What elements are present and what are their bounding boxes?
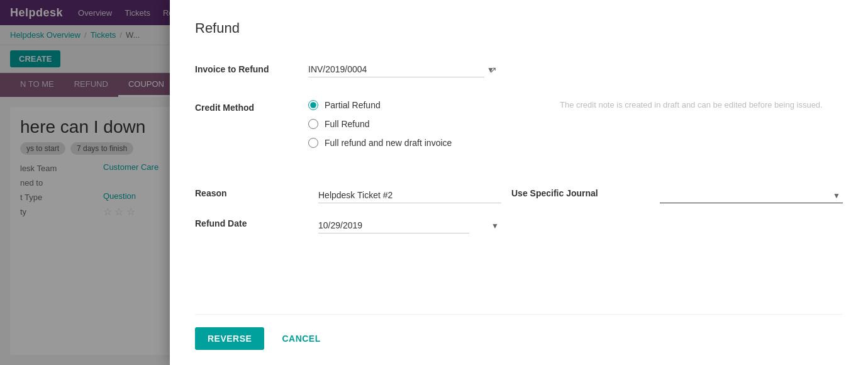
refund-date-wrapper: 10/29/2019 ▼ [318, 218, 501, 233]
radio-full-draft[interactable]: Full refund and new draft invoice [308, 138, 535, 148]
radio-full-draft-label: Full refund and new draft invoice [325, 138, 452, 148]
radio-full-refund[interactable]: Full Refund [308, 119, 535, 129]
refund-date-dropdown-icon: ▼ [491, 222, 499, 230]
modal-actions: REVERSE CANCEL [195, 314, 843, 350]
radio-partial-input[interactable] [308, 100, 318, 110]
reason-input[interactable] [318, 188, 501, 203]
refund-date-select[interactable]: 10/29/2019 [318, 218, 469, 233]
credit-method-options: Partial Refund Full Refund Full refund a… [308, 95, 535, 153]
invoice-select[interactable]: INV/2019/0004 [308, 62, 484, 77]
journal-label: Use Specific Journal [511, 181, 650, 203]
journal-select-wrapper: ▼ [660, 188, 843, 203]
cancel-button[interactable]: CANCEL [272, 327, 330, 350]
credit-method-label: Credit Method [195, 95, 308, 118]
reason-field-wrapper [318, 188, 501, 203]
radio-full-input[interactable] [308, 119, 318, 129]
modal-title: Refund [195, 20, 843, 36]
radio-partial-refund[interactable]: Partial Refund [308, 100, 535, 110]
invoice-label: Invoice to Refund [195, 57, 308, 79]
reason-label: Reason [195, 181, 308, 203]
radio-partial-label: Partial Refund [325, 100, 381, 110]
invoice-field: INV/2019/0004 ▼ ↗ [308, 57, 843, 82]
journal-select[interactable] [660, 188, 843, 203]
invoice-select-wrapper: INV/2019/0004 ▼ ↗ [308, 62, 497, 77]
modal-overlay: Refund Invoice to Refund INV/2019/0004 ▼… [0, 0, 868, 365]
refund-date-label: Refund Date [195, 211, 308, 233]
reverse-button[interactable]: REVERSE [195, 327, 264, 350]
refund-modal: Refund Invoice to Refund INV/2019/0004 ▼… [170, 0, 868, 365]
invoice-external-link-icon[interactable]: ↗ [489, 65, 497, 75]
radio-full-label: Full Refund [325, 119, 370, 129]
credit-note-hint: The credit note is created in draft and … [560, 95, 843, 115]
radio-full-draft-input[interactable] [308, 138, 318, 148]
